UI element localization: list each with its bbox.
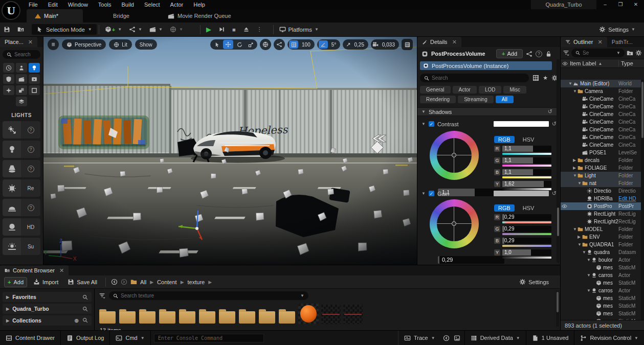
- content-drawer-button[interactable]: Content Drawer: [0, 331, 61, 345]
- save-all-button[interactable]: Save All: [64, 277, 100, 287]
- grid-snap-toggle[interactable]: [289, 40, 298, 49]
- close-icon[interactable]: ✕: [28, 39, 33, 45]
- outliner-row[interactable]: ▼carrosActor: [561, 287, 641, 294]
- eject-button[interactable]: [239, 22, 253, 37]
- expand-arrow-icon[interactable]: ▶: [573, 166, 578, 170]
- expand-arrow-icon[interactable]: ▼: [587, 258, 591, 262]
- menu-select[interactable]: Select: [139, 1, 165, 9]
- asset-folder[interactable]: [238, 308, 256, 324]
- outliner-row[interactable]: ▶ENVFolder: [561, 233, 641, 241]
- contrast-row[interactable]: ▼ ✓ Contrast ↺: [421, 120, 557, 128]
- outliner-row[interactable]: mesStaticM: [561, 279, 641, 287]
- reset-icon[interactable]: ↺: [548, 108, 552, 115]
- outliner-row[interactable]: ▼QUADRA1Folder: [561, 241, 641, 248]
- place-search[interactable]: [3, 50, 40, 59]
- outliner-row[interactable]: ▶decalsFolder: [561, 156, 641, 164]
- contrast-color-swatch[interactable]: [494, 121, 549, 127]
- expand-arrow-icon[interactable]: ▶: [573, 158, 578, 163]
- favorites-star-icon[interactable]: ★: [543, 75, 548, 81]
- place-item-spot-light[interactable]: ?: [3, 160, 40, 177]
- scale-snap-value[interactable]: 0,25: [352, 42, 367, 48]
- viewport-menu-hamburger[interactable]: ≡: [48, 39, 59, 50]
- channel-value-bar[interactable]: 0,29: [502, 214, 551, 220]
- menu-help[interactable]: Help: [188, 1, 210, 9]
- play-button[interactable]: ▶: [203, 22, 215, 37]
- asset-folder[interactable]: [159, 308, 176, 324]
- console-command-input[interactable]: [154, 334, 264, 342]
- menu-actor[interactable]: Actor: [165, 1, 189, 9]
- contrast-mode-rgb[interactable]: RGB: [494, 136, 515, 143]
- forward-icon[interactable]: [121, 279, 127, 285]
- channel-value-bar[interactable]: 1,62: [502, 181, 551, 187]
- outliner-row[interactable]: ▼natFolder: [561, 179, 641, 187]
- menu-file[interactable]: File: [24, 1, 43, 9]
- breadcrumb-content[interactable]: Content: [157, 279, 177, 285]
- source-quadra_turbo[interactable]: ▶Quadra_Turbo: [3, 304, 92, 314]
- add-button[interactable]: + Add: [4, 277, 27, 287]
- place-category-frame[interactable]: [29, 85, 40, 95]
- menu-tools[interactable]: Tools: [93, 1, 117, 9]
- expand-arrow-icon[interactable]: ▼: [587, 288, 591, 293]
- place-item-directional-light[interactable]: ?: [3, 121, 40, 139]
- contrast-color-wheel[interactable]: [424, 130, 485, 187]
- outliner-row[interactable]: CineCameCineCa: [561, 126, 641, 133]
- contrast-checkbox[interactable]: ✓: [429, 121, 434, 127]
- source-favorites[interactable]: ▶Favorites: [3, 292, 92, 302]
- tab-outliner[interactable]: Outliner ✕: [561, 37, 607, 47]
- contrast-channel-r[interactable]: R 1,1: [494, 146, 551, 155]
- outliner-row[interactable]: CineCameCineCa: [561, 141, 641, 149]
- place-category-clap[interactable]: [16, 74, 27, 84]
- rotate-tool[interactable]: [234, 40, 245, 49]
- outliner-row[interactable]: CineCameCineCa: [561, 110, 641, 118]
- channel-value-bar[interactable]: 1,0: [502, 249, 551, 256]
- filter-chip-actor[interactable]: Actor: [453, 86, 477, 94]
- tab-main-level[interactable]: Main*: [27, 9, 83, 22]
- cinematics-button[interactable]: ▼: [146, 22, 166, 37]
- type-column[interactable]: Type: [618, 60, 633, 66]
- camera-speed-icon[interactable]: [372, 41, 379, 48]
- new-folder-icon[interactable]: [627, 50, 633, 56]
- asset-folder[interactable]: [99, 308, 116, 324]
- add-component-button[interactable]: + Add: [496, 49, 523, 58]
- play-options-kebab[interactable]: ⋮: [253, 22, 266, 37]
- tab-bridge[interactable]: Bridge: [83, 9, 160, 22]
- asset-folder[interactable]: [258, 308, 276, 324]
- tab-movie-render-queue[interactable]: Movie Render Queue: [160, 9, 239, 22]
- level-viewport[interactable]: Hopeless: [43, 37, 417, 265]
- surface-snapping-toggle[interactable]: [274, 39, 285, 50]
- place-category-fx[interactable]: [3, 85, 14, 95]
- gain-checkbox[interactable]: ✓: [429, 191, 434, 196]
- import-button[interactable]: Import: [30, 277, 61, 287]
- back-icon[interactable]: [111, 279, 118, 285]
- gain-mode-rgb[interactable]: RGB: [494, 204, 515, 212]
- filter-icon[interactable]: [99, 292, 105, 299]
- outliner-row[interactable]: ▼carrosActor: [561, 271, 641, 279]
- outliner-row[interactable]: mesStaticM: [561, 294, 641, 302]
- outliner-row[interactable]: ▼boulorActor: [561, 256, 641, 264]
- channel-value-bar[interactable]: 1,1: [502, 146, 551, 152]
- place-item-rect-light[interactable]: Re: [3, 179, 40, 197]
- channel-value-bar[interactable]: 0,29: [502, 238, 551, 244]
- outliner-row[interactable]: CineCameCineCa: [561, 95, 641, 103]
- contrast-mode-hsv[interactable]: HSV: [519, 136, 539, 143]
- grid-snap-value[interactable]: 100: [299, 42, 313, 48]
- tab-path-tracing[interactable]: PathTr...: [607, 37, 637, 47]
- lock-icon[interactable]: [545, 51, 552, 57]
- world-partition-button[interactable]: ▼: [166, 22, 187, 37]
- close-icon[interactable]: ✕: [59, 267, 64, 274]
- scale-tool[interactable]: [246, 40, 256, 49]
- derived-data-dropdown[interactable]: Derived Data ▼: [465, 331, 526, 345]
- gain-channel-g[interactable]: G 0,29: [494, 226, 551, 235]
- outliner-row[interactable]: RectLight2RectLig: [561, 218, 641, 225]
- select-tool[interactable]: [212, 40, 222, 49]
- details-search[interactable]: [420, 74, 529, 82]
- outliner-row[interactable]: mesStaticM: [561, 302, 641, 310]
- search-icon[interactable]: [82, 317, 88, 323]
- gain-channel-y[interactable]: Y 1,0: [494, 249, 551, 259]
- outliner-row[interactable]: CineCameCineCa: [561, 103, 641, 110]
- filter-chip-general[interactable]: General: [420, 86, 451, 94]
- cmd-dropdown[interactable]: Cmd ▼: [110, 331, 150, 345]
- minimize-button[interactable]: –: [598, 0, 612, 9]
- channel-gradient-strip[interactable]: [502, 165, 551, 167]
- search-icon[interactable]: [82, 294, 88, 300]
